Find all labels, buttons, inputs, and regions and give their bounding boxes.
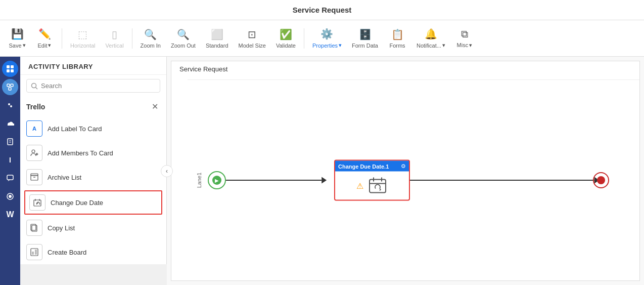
list-item[interactable]: Create Board — [20, 240, 166, 264]
wordpress-icon-btn[interactable]: W — [2, 207, 18, 223]
zoom-in-icon: 🔍 — [144, 28, 157, 40]
number-icon-btn[interactable]: I — [2, 152, 18, 168]
sidebar-icon-rail: I W — [0, 57, 20, 285]
svg-rect-1 — [11, 65, 14, 68]
zoom-in-label: Zoom In — [141, 43, 161, 49]
activity-library-header: ACTIVITY LIBRARY — [20, 57, 166, 75]
model-size-icon: ⊡ — [248, 28, 256, 40]
validate-button[interactable]: ✅ Validate — [272, 26, 300, 51]
end-node-inner — [597, 176, 605, 184]
start-node-inner: ▶ — [212, 176, 221, 185]
search-icon — [31, 83, 38, 90]
calendar-refresh-icon — [367, 176, 388, 196]
validate-icon: ✅ — [280, 28, 292, 40]
trello-close-button[interactable]: ✕ — [150, 101, 160, 112]
create-board-icon — [26, 244, 42, 260]
svg-rect-4 — [7, 84, 10, 87]
home-icon-btn[interactable] — [2, 61, 18, 77]
node-header: Change Due Date.1 ⚙ — [335, 161, 409, 172]
activity-library-panel: ACTIVITY LIBRARY Trello ✕ A Add Label To… — [20, 57, 167, 264]
svg-point-17 — [32, 150, 35, 153]
form-data-label: Form Data — [352, 43, 378, 49]
search-input[interactable] — [41, 82, 156, 90]
divider-2 — [132, 28, 132, 49]
cloud-icon-btn[interactable] — [2, 115, 18, 132]
archive-list-icon — [26, 169, 42, 185]
main-content: I W ACTIVITY LIBRARY Trello ✕ A — [0, 57, 644, 285]
list-item[interactable]: Copy List — [20, 216, 166, 240]
end-node[interactable] — [593, 172, 609, 188]
divider-3 — [304, 28, 304, 49]
horizontal-label: Horizontal — [70, 43, 96, 49]
node-body: ⚠ — [335, 172, 409, 200]
model-size-button[interactable]: ⊡ Model Size — [235, 26, 270, 51]
add-members-icon — [26, 145, 42, 161]
change-due-date-node[interactable]: Change Due Date.1 ⚙ ⚠ — [334, 160, 410, 201]
model-size-label: Model Size — [239, 43, 266, 49]
properties-button[interactable]: ⚙️ Properties ▾ — [308, 26, 346, 51]
notifications-button[interactable]: 🔔 Notificat... ▾ — [412, 26, 449, 51]
vertical-label: Vertical — [106, 43, 124, 49]
forms-icon: 📋 — [391, 28, 404, 40]
edit-icon: ✏️ — [38, 28, 51, 40]
circle-icon-btn[interactable] — [2, 188, 18, 205]
vertical-button: ▯ Vertical — [102, 26, 128, 51]
notifications-label: Notificat... ▾ — [417, 42, 445, 49]
list-item[interactable]: Archive List — [20, 165, 166, 189]
zoom-in-button[interactable]: 🔍 Zoom In — [136, 26, 165, 51]
search-box[interactable] — [26, 79, 160, 93]
save-icon: 💾 — [11, 28, 24, 40]
flow-svg — [188, 80, 639, 280]
validate-label: Validate — [276, 43, 296, 49]
add-members-label: Add Members To Card — [48, 149, 113, 157]
svg-marker-32 — [321, 177, 327, 183]
top-bar: Service Request — [0, 0, 644, 20]
create-board-label: Create Board — [48, 249, 86, 256]
copy-list-icon — [26, 220, 42, 236]
activity-panel-wrapper: ACTIVITY LIBRARY Trello ✕ A Add Label To… — [20, 57, 167, 285]
start-node[interactable]: ▶ — [208, 171, 226, 189]
change-due-date-label: Change Due Date — [51, 199, 103, 207]
lane-label: Lane1 — [196, 173, 202, 188]
trello-title: Trello — [26, 103, 45, 111]
svg-rect-5 — [11, 84, 13, 87]
trello-header: Trello ✕ — [20, 97, 166, 116]
toolbar: 💾 Save ▾ ✏️ Edit ▾ ⬚ Horizontal ▯ Vertic… — [0, 20, 644, 57]
change-due-date-item[interactable]: Change Due Date — [24, 190, 162, 215]
collapse-panel-button[interactable]: ‹ — [161, 165, 173, 177]
form-data-button[interactable]: 🗄️ Form Data — [348, 26, 382, 51]
slack-icon-btn[interactable] — [2, 97, 18, 113]
node-settings-icon[interactable]: ⚙ — [401, 163, 406, 170]
svg-rect-12 — [7, 175, 13, 180]
vertical-icon: ▯ — [112, 28, 117, 40]
misc-button[interactable]: ⧉ Misc ▾ — [451, 26, 478, 51]
doc-icon-btn[interactable] — [2, 134, 18, 150]
properties-label: Properties ▾ — [312, 42, 342, 49]
save-button[interactable]: 💾 Save ▾ — [4, 26, 30, 51]
horizontal-button: ⬚ Horizontal — [66, 26, 100, 51]
canvas-area: Service Request Lane1 ▶ — [167, 57, 644, 285]
svg-rect-29 — [32, 252, 34, 255]
workflow-icon-btn[interactable] — [2, 79, 18, 95]
svg-line-16 — [36, 87, 38, 89]
form-data-icon: 🗄️ — [359, 28, 372, 40]
misc-icon: ⧉ — [461, 28, 468, 40]
change-due-date-icon — [29, 194, 45, 211]
zoom-out-button[interactable]: 🔍 Zoom Out — [167, 26, 200, 51]
svg-rect-0 — [7, 65, 10, 68]
page-title: Service Request — [293, 6, 352, 14]
edit-button[interactable]: ✏️ Edit ▾ — [31, 26, 58, 51]
canvas-lane: Lane1 ▶ Change Due Date.1 — [188, 79, 639, 280]
list-item[interactable]: A Add Label To Card — [20, 116, 166, 141]
svg-rect-3 — [11, 69, 14, 72]
save-label: Save ▾ — [9, 42, 25, 49]
misc-label: Misc ▾ — [457, 42, 473, 49]
warning-icon: ⚠ — [356, 181, 363, 190]
forms-button[interactable]: 📋 Forms — [384, 26, 410, 51]
chat-icon-btn[interactable] — [2, 170, 18, 186]
standard-button[interactable]: ⬜ Standard — [202, 26, 233, 51]
node-title: Change Due Date.1 — [338, 163, 389, 169]
zoom-out-icon: 🔍 — [177, 28, 190, 40]
edit-label: Edit ▾ — [38, 42, 52, 49]
list-item[interactable]: Add Members To Card — [20, 141, 166, 165]
